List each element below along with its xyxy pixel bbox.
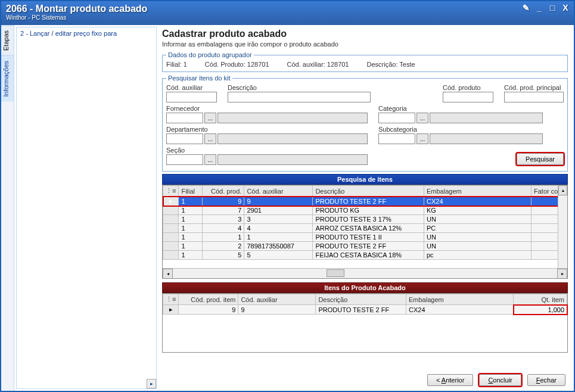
horizontal-scrollbar[interactable]: ◂▸ (163, 268, 567, 278)
codprodprincipal-input[interactable] (504, 92, 564, 102)
edit-icon[interactable]: ✎ (521, 3, 531, 13)
fornecedor-code-input[interactable] (166, 113, 203, 123)
codauxiliar-label: Cód. auxiliar (166, 84, 217, 91)
codauxiliar-input[interactable] (166, 92, 217, 102)
search-results-grid[interactable]: ⋮≡ Filial Cód. prod. Cód. auxiliar Descr… (162, 185, 568, 279)
minimize-icon[interactable]: _ (534, 3, 544, 13)
col-codprod[interactable]: Cód. prod. (203, 186, 244, 197)
desc-label: Descrição: (367, 61, 398, 68)
descricao-input[interactable] (228, 92, 371, 102)
scroll-arrow-icon[interactable]: ▸ (147, 379, 156, 388)
secao-label: Seção (166, 147, 368, 154)
codproduto-input[interactable] (443, 92, 493, 102)
grid1-title: Pesquisa de itens (162, 174, 568, 185)
departamento-code-input[interactable] (166, 133, 203, 144)
subcategoria-lookup-button[interactable]: ... (417, 133, 428, 144)
categoria-code-input[interactable] (378, 113, 415, 123)
table-row[interactable]: 133PRODUTO TESTE 3 17%UN (163, 215, 567, 224)
agrupador-legend: Dados do produto agrupador (166, 51, 254, 58)
anterior-button[interactable]: < Anterior (427, 374, 473, 386)
departamento-desc-input (217, 133, 368, 144)
codproduto-label: Cód. produto (443, 84, 493, 91)
page-title: Cadastrar produto acabado (162, 29, 568, 39)
codprod-value: 128701 (247, 61, 269, 68)
table-row[interactable]: 111PRODUTO TESTE 1 IIUN (163, 233, 567, 242)
window-title: 2066 - Montar produto acabado (6, 4, 569, 14)
search-fieldset: Pesquisar itens do kit Cód. auxiliar Des… (162, 74, 568, 172)
scroll-thumb[interactable] (327, 269, 344, 277)
scroll-right-icon[interactable]: ▸ (557, 269, 567, 279)
row-marker-header: ⋮≡ (163, 294, 179, 305)
concluir-button[interactable]: Concluir (479, 374, 521, 386)
table-row[interactable]: 155FEIJAO CESTA BASICA 18%pc (163, 251, 567, 260)
col-emb2[interactable]: Embalagem (406, 294, 514, 305)
col-filial[interactable]: Filial (179, 186, 203, 197)
departamento-lookup-button[interactable]: ... (204, 133, 216, 144)
filial-label: Filial: (166, 61, 182, 68)
scroll-left-icon[interactable]: ◂ (163, 269, 173, 279)
window-subtitle: Winthor - PC Sistemas (6, 14, 569, 21)
scroll-up-icon[interactable]: ▴ (558, 185, 567, 195)
grid2-title: Itens do Produto Acabado (162, 282, 568, 293)
categoria-desc-input (430, 113, 543, 123)
search-legend: Pesquisar itens do kit (166, 74, 232, 82)
col-codaux[interactable]: Cód. auxiliar (244, 186, 313, 197)
agrupador-fieldset: Dados do produto agrupador Filial: 1 Cód… (162, 51, 568, 72)
col-desc2[interactable]: Descrição (316, 294, 406, 305)
vertical-scrollbar[interactable]: ▴ (558, 185, 567, 268)
col-qtitem[interactable]: Qt. item (514, 294, 567, 305)
descricao-label: Descrição (228, 84, 432, 91)
secao-code-input[interactable] (166, 154, 203, 165)
subcategoria-desc-input (430, 133, 543, 144)
table-row[interactable]: 172901PRODUTO KGKG (163, 206, 567, 215)
qtitem-cell[interactable]: 1,000 (514, 305, 567, 315)
vertical-tabs: Etapas Informações (1, 25, 14, 391)
subcategoria-label: Subcategoria (378, 126, 543, 133)
col-desc[interactable]: Descrição (313, 186, 424, 197)
secao-desc-input (217, 154, 368, 165)
secao-lookup-button[interactable]: ... (204, 154, 216, 165)
table-row[interactable]: ▸ 9 9 PRODUTO TESTE 2 FF CX24 1,000 (163, 305, 567, 315)
pesquisar-button[interactable]: Pesquisar (517, 153, 564, 165)
title-bar: 2066 - Montar produto acabado Winthor - … (1, 1, 574, 25)
codaux-value: 128701 (327, 61, 349, 68)
codprodprincipal-label: Cód. prod. principal (504, 84, 564, 91)
fornecedor-label: Fornecedor (166, 105, 368, 112)
tab-informacoes[interactable]: Informações (1, 55, 14, 102)
col-emb[interactable]: Embalagem (424, 186, 532, 197)
categoria-label: Categoria (378, 105, 543, 112)
side-tree-panel: 2 - Lançar / editar preço fixo para ▸ (16, 27, 157, 389)
desc-value: Teste (399, 61, 415, 68)
codprod-label: Cód. Produto: (205, 61, 245, 68)
items-grid[interactable]: ⋮≡ Cód. prod. item Cód. auxiliar Descriç… (162, 293, 568, 353)
fechar-button[interactable]: Fechar (527, 374, 565, 386)
table-row[interactable]: ▸199PRODUTO TESTE 2 FFCX24 (163, 197, 567, 206)
fornecedor-lookup-button[interactable]: ... (204, 113, 216, 123)
row-marker-header: ⋮≡ (163, 186, 179, 197)
col-codaux2[interactable]: Cód. auxiliar (238, 294, 316, 305)
tab-etapas[interactable]: Etapas (1, 25, 14, 55)
departamento-label: Departamento (166, 126, 368, 133)
tree-item[interactable]: 2 - Lançar / editar preço fixo para (18, 29, 155, 38)
categoria-lookup-button[interactable]: ... (417, 113, 428, 123)
col-codproditem[interactable]: Cód. prod. item (179, 294, 238, 305)
codaux-label: Cód. auxiliar: (287, 61, 325, 68)
maximize-icon[interactable]: □ (548, 3, 557, 13)
page-subtitle: Informar as embalagens que irão compor o… (162, 41, 568, 48)
subcategoria-code-input[interactable] (378, 133, 415, 144)
close-icon[interactable]: X (561, 3, 570, 13)
table-row[interactable]: 144ARROZ CESTA BASICA 12%PC (163, 224, 567, 233)
table-row[interactable]: 127898173550087PRODUTO TESTE 2 FFUN (163, 242, 567, 251)
fornecedor-desc-input (217, 113, 368, 123)
filial-value: 1 (184, 61, 187, 68)
